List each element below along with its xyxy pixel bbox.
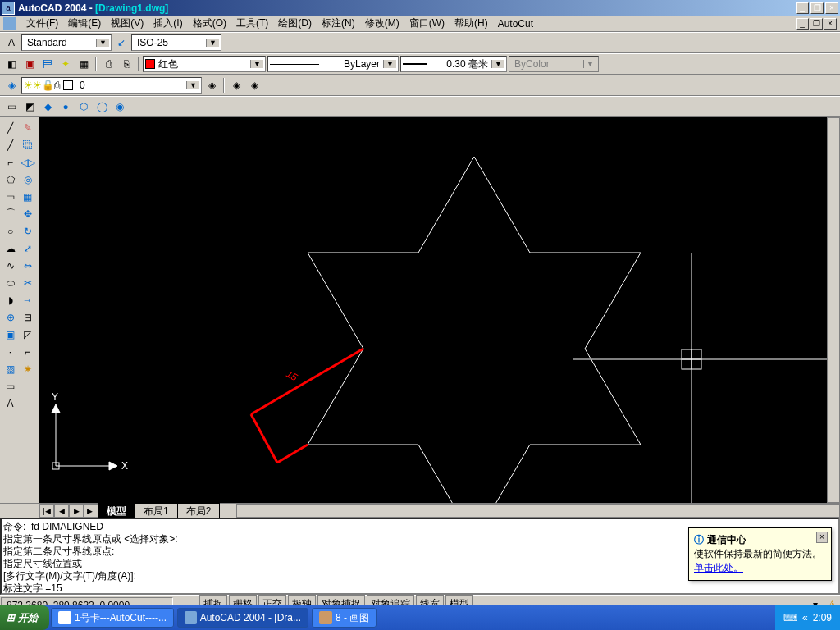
layer-tool-icon[interactable]: ◈: [203, 77, 220, 94]
dimstyle-icon[interactable]: ↙: [113, 34, 130, 51]
layer-tool-icon[interactable]: ◈: [228, 77, 244, 94]
layer-tool-icon[interactable]: ◈: [246, 77, 262, 94]
box-icon[interactable]: ▭: [3, 98, 20, 115]
mdi-close-button[interactable]: ×: [824, 18, 837, 30]
system-tray[interactable]: ⌨ « 2:09: [775, 605, 840, 630]
break-icon[interactable]: ⊟: [19, 308, 36, 326]
arc-icon[interactable]: ⌒: [2, 205, 19, 222]
restore-button[interactable]: ❐: [810, 2, 824, 14]
circle-icon[interactable]: ○: [2, 222, 19, 240]
dropdown-icon[interactable]: ▼: [96, 39, 109, 47]
revcloud-icon[interactable]: ☁: [2, 240, 19, 257]
horizontal-scrollbar[interactable]: [236, 504, 840, 518]
layout-tab-2[interactable]: 布局2: [177, 503, 221, 519]
menu-help[interactable]: 帮助(H): [450, 15, 493, 32]
drawing-canvas[interactable]: 15 X Y: [39, 117, 827, 503]
extend-icon[interactable]: →: [19, 291, 36, 308]
mdi-icon[interactable]: [3, 17, 16, 30]
menu-file[interactable]: 文件(F): [21, 15, 63, 32]
dropdown-icon[interactable]: ▼: [206, 39, 219, 47]
tool-icon[interactable]: ⎙: [100, 56, 116, 72]
torus-icon[interactable]: ◯: [94, 98, 110, 115]
copy-icon[interactable]: ⿻: [19, 136, 36, 153]
taskbar-item[interactable]: 1号卡---AutoCut----...: [51, 608, 174, 628]
point-icon[interactable]: ·: [2, 343, 19, 360]
ellipse-icon[interactable]: ⬭: [2, 274, 19, 291]
xline-icon[interactable]: ╱: [2, 136, 19, 153]
menu-modify[interactable]: 修改(M): [360, 15, 404, 32]
textstyle-combo[interactable]: Standard▼: [21, 34, 112, 51]
menu-tools[interactable]: 工具(T): [231, 15, 273, 32]
lineweight-combo[interactable]: 0.30 毫米 ▼: [400, 56, 507, 72]
layout-tab-model[interactable]: 模型: [98, 503, 135, 519]
mdi-minimize-button[interactable]: _: [796, 18, 809, 30]
sphere-icon[interactable]: ●: [57, 98, 74, 115]
chamfer-icon[interactable]: ◸: [19, 326, 36, 343]
menu-format[interactable]: 格式(O): [188, 15, 231, 32]
cylinder-icon[interactable]: ⬡: [75, 98, 92, 115]
balloon-link[interactable]: 单击此处。: [694, 562, 743, 573]
cone-icon[interactable]: ◆: [39, 98, 56, 115]
tab-first-button[interactable]: |◀: [39, 504, 54, 518]
close-button[interactable]: ×: [825, 2, 838, 14]
linetype-combo[interactable]: ByLayer ▼: [267, 56, 399, 72]
tab-last-button[interactable]: ▶|: [84, 504, 98, 518]
dropdown-icon[interactable]: ▼: [383, 60, 396, 68]
scale-icon[interactable]: ⤢: [19, 240, 36, 257]
menu-dimension[interactable]: 标注(N): [317, 15, 360, 32]
wedge-icon[interactable]: ◩: [21, 98, 38, 115]
menu-window[interactable]: 窗口(W): [404, 15, 450, 32]
spline-icon[interactable]: ∿: [2, 257, 19, 274]
array-icon[interactable]: ▦: [19, 188, 36, 205]
ellipsearc-icon[interactable]: ◗: [2, 291, 19, 308]
taskbar-item[interactable]: 8 - 画图: [312, 608, 377, 628]
mtext-icon[interactable]: A: [2, 395, 19, 412]
layer-manager-icon[interactable]: ◈: [3, 77, 20, 94]
tool-icon[interactable]: ▣: [21, 56, 38, 72]
erase-icon[interactable]: ✎: [19, 119, 36, 136]
pline-icon[interactable]: ⌐: [2, 153, 19, 171]
taskbar-item[interactable]: AutoCAD 2004 - [Dra...: [177, 608, 308, 628]
balloon-close-button[interactable]: ×: [816, 532, 828, 543]
stretch-icon[interactable]: ⇔: [19, 257, 36, 274]
tool-icon[interactable]: ✦: [57, 56, 74, 72]
tab-prev-button[interactable]: ◀: [54, 504, 69, 518]
tool-icon[interactable]: ⛿: [39, 56, 56, 72]
mirror-icon[interactable]: ◁▷: [19, 153, 36, 171]
solid-icon[interactable]: ◉: [112, 98, 128, 115]
insert-icon[interactable]: ⊕: [2, 308, 19, 326]
block-icon[interactable]: ▣: [2, 326, 19, 343]
line-icon[interactable]: ╱: [2, 119, 19, 136]
rotate-icon[interactable]: ↻: [19, 222, 36, 240]
dropdown-icon[interactable]: ▼: [491, 60, 504, 68]
menu-edit[interactable]: 编辑(E): [63, 15, 106, 32]
tray-icon[interactable]: ⌨: [783, 612, 797, 623]
dropdown-icon[interactable]: ▼: [250, 60, 263, 68]
trim-icon[interactable]: ✂: [19, 274, 36, 291]
tray-expand-icon[interactable]: «: [802, 612, 808, 623]
rectangle-icon[interactable]: ▭: [2, 188, 19, 205]
tool-icon[interactable]: ⎘: [118, 56, 135, 72]
region-icon[interactable]: ▭: [2, 377, 19, 395]
offset-icon[interactable]: ◎: [19, 171, 36, 188]
vertical-scrollbar[interactable]: [827, 117, 840, 503]
menu-draw[interactable]: 绘图(D): [273, 15, 317, 32]
menu-view[interactable]: 视图(V): [106, 15, 148, 32]
minimize-button[interactable]: _: [796, 2, 809, 14]
tool-icon[interactable]: ◧: [3, 56, 20, 72]
dimstyle-combo[interactable]: ISO-25▼: [131, 34, 221, 51]
mdi-restore-button[interactable]: ❐: [810, 18, 823, 30]
textstyle-icon[interactable]: A: [3, 34, 20, 51]
menu-autocut[interactable]: AutoCut: [493, 16, 538, 31]
layout-tab-1[interactable]: 布局1: [135, 503, 178, 519]
move-icon[interactable]: ✥: [19, 205, 36, 222]
start-button[interactable]: ⊞ 开始: [0, 605, 49, 630]
fillet-icon[interactable]: ⌐: [19, 343, 36, 360]
layer-combo[interactable]: ☀☀🔓⎙ 0 ▼: [21, 77, 202, 94]
tab-next-button[interactable]: ▶: [69, 504, 84, 518]
tool-icon[interactable]: ▦: [75, 56, 92, 72]
hatch-icon[interactable]: ▨: [2, 360, 19, 377]
color-combo[interactable]: 红色 ▼: [143, 56, 266, 72]
dropdown-icon[interactable]: ▼: [186, 81, 199, 89]
explode-icon[interactable]: ✷: [19, 360, 36, 377]
